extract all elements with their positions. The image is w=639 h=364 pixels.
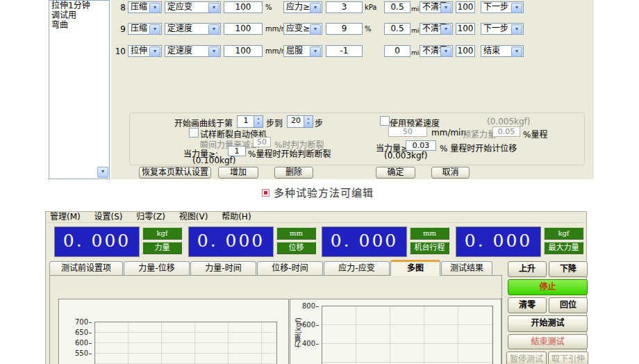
chevron-down-icon[interactable]: ▾ [440,24,451,35]
start-test-button[interactable]: 开始测试 [508,315,588,332]
chevron-down-icon[interactable]: ▾ [310,24,321,35]
dwell-input[interactable]: 0.5 [384,23,410,35]
chevron-down-icon[interactable]: ▾ [310,47,321,57]
clear-select[interactable]: 不清零▾ [420,1,453,13]
step-row: 8 压缩▾ 定应变▾ 100 % 应力≥▾ 3 kPa 0.5 min 不清零▾… [111,1,594,13]
mode-select[interactable]: 压缩▾ [128,23,162,35]
clear-select[interactable]: 不清零▾ [420,45,453,57]
tab-displacement-time[interactable]: 位移-时间 [257,261,323,275]
disp-force-input[interactable]: 0.03 [406,140,436,151]
condition-select[interactable]: 应力≥▾ [283,1,322,13]
value-input[interactable]: 100 [224,23,263,35]
range-input[interactable]: 100 [456,1,475,13]
unit-plate: mm [410,227,449,240]
control-select[interactable]: 定应变▾ [165,1,221,13]
up-button[interactable]: 上升 [508,261,547,277]
left-chart: 700 650 600 550 [58,299,289,364]
preload-force-input[interactable]: 0.05 [492,126,520,137]
break-force-input[interactable]: 1 [228,146,246,156]
draw-from-spinner[interactable]: 1 ▴▾ [237,115,263,128]
tab-force-time[interactable]: 力量-时间 [190,261,256,275]
chevron-down-icon[interactable]: ▾ [149,47,160,57]
spinner-arrows-icon[interactable]: ▴▾ [254,116,263,127]
chevron-down-icon[interactable]: ▾ [511,3,522,13]
delete-button[interactable]: 删除 [274,167,313,179]
down-button[interactable]: 下降 [549,261,588,277]
scrollbar-down-button[interactable]: ▾ [97,167,108,178]
menu-view[interactable]: 视图(V) [179,212,208,222]
method-listbox[interactable]: 拉伸1分钟 调试用 弯曲 ▾ [49,0,110,179]
spinner-arrows-icon[interactable]: ▴▾ [304,116,313,127]
dwell-input[interactable]: 0.5 [384,1,410,13]
method-list-item[interactable]: 弯曲 [49,20,109,30]
clear-select[interactable]: 不清零▾ [420,23,453,35]
condition-value: 应变≥ [286,24,310,33]
chevron-down-icon[interactable]: ▾ [149,24,160,35]
tab-multi-chart[interactable]: 多图 [390,260,440,276]
chevron-down-icon[interactable]: ▾ [149,3,160,13]
mode-select[interactable]: 压缩▾ [128,1,162,13]
condition-value-input[interactable]: 9 [326,23,363,35]
chevron-down-icon[interactable]: ▾ [310,3,321,13]
draw-to-spinner[interactable]: 20 ▴▾ [287,115,313,128]
break-autostop-checkbox[interactable] [189,128,199,138]
control-select[interactable]: 定速度▾ [165,45,221,57]
zero-button[interactable]: 清零 [508,297,547,313]
condition-value: 应力≥ [286,2,310,12]
condition-value-input[interactable]: 3 [326,1,363,13]
next-step-select[interactable]: 下一步▾ [481,1,524,13]
preload-checkbox[interactable] [380,116,390,126]
chevron-down-icon[interactable]: ▾ [208,3,219,13]
unit-plate: kgf [142,227,182,240]
condition-select[interactable]: 屈服▾ [283,45,322,57]
chevron-down-icon[interactable]: ▾ [208,24,219,35]
chevron-down-icon[interactable]: ▾ [511,47,522,57]
mode-select[interactable]: 拉伸▾ [128,45,162,57]
chevron-down-icon[interactable]: ▾ [208,47,219,57]
pause-test-button[interactable]: 暂停测试 [506,351,547,364]
control-select[interactable]: 定速度▾ [165,23,221,35]
add-button[interactable]: 增加 [218,167,258,179]
home-button[interactable]: 回位 [549,297,588,313]
range-input[interactable]: 100 [456,23,475,35]
y-tick: 550 [72,349,92,357]
multi-chart-panel: 700 650 600 550 力量(kgf) 800 600 400 [49,275,502,364]
menu-zero[interactable]: 归零(Z) [136,212,165,222]
chevron-down-icon[interactable]: ▾ [440,47,451,57]
preload-force-unit: %量程 [523,128,547,140]
preload-speed-input[interactable]: 50 [388,126,427,137]
lcd-value: 0. 000 [188,226,274,257]
next-step-select[interactable]: 下一步▾ [481,23,524,35]
menu-manage[interactable]: 管理(M) [50,212,81,222]
menu-help[interactable]: 帮助(H) [222,212,251,222]
condition-select[interactable]: 应变≥▾ [283,23,322,35]
left-plot-area [94,322,277,364]
tab-force-displacement[interactable]: 力量-位移 [124,261,190,275]
method-list-item[interactable]: 调试用 [49,10,109,20]
cancel-button[interactable]: 取消 [431,167,470,179]
value-unit: % [265,3,272,11]
tab-test-results[interactable]: 测试结果 [441,261,492,275]
y-tick: 400 [299,340,319,347]
dwell-input[interactable]: 0 [384,45,410,57]
step-row: 9 压缩▾ 定速度▾ 100 mm/min 应变≥▾ 9 % 0.5 min 不… [111,23,594,35]
right-chart: 力量(kgf) 800 600 400 [290,299,501,364]
condition-value-input[interactable]: -1 [326,45,363,57]
value-input[interactable]: 100 [224,45,263,57]
next-step-select[interactable]: 结束▾ [481,45,524,57]
tab-pretest-settings[interactable]: 测试前设置项 [49,261,123,275]
chevron-down-icon[interactable]: ▾ [511,24,522,35]
stop-button[interactable]: 停止 [508,279,588,295]
menu-settings[interactable]: 设置(S) [94,212,123,222]
chevron-down-icon[interactable]: ▾ [440,3,451,13]
restore-defaults-button[interactable]: 恢复本页默认设置 [139,167,211,179]
preload-force-label: 预紧力量 [463,128,496,140]
remove-extensometer-button[interactable]: 取下引伸计 [548,351,588,364]
ok-button[interactable]: 确定 [376,167,415,179]
tab-stress-strain[interactable]: 应力-应变 [324,261,390,275]
break-decay-input[interactable]: 50 [253,137,271,147]
method-list-item[interactable]: 拉伸1分钟 [49,1,109,10]
end-test-button[interactable]: 结束测试 [508,334,588,349]
range-input[interactable]: 100 [456,45,475,57]
value-input[interactable]: 100 [224,1,263,13]
